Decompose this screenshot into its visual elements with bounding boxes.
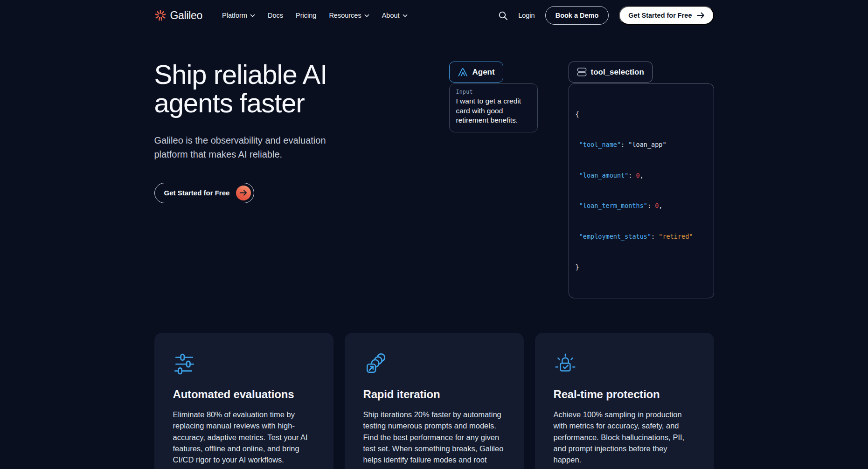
feature-card-rapid-iteration: Rapid iteration Ship iterations 20% fast…	[345, 333, 524, 469]
nav-item-pricing[interactable]: Pricing	[296, 12, 316, 19]
get-started-label: Get Started for Free	[628, 12, 692, 19]
iteration-copies-icon	[363, 352, 505, 376]
chevron-down-icon	[364, 14, 369, 17]
galileo-triangle-icon	[458, 67, 468, 77]
lock-check-icon	[554, 352, 695, 376]
chevron-down-icon	[403, 14, 408, 17]
code-open-brace: {	[576, 110, 707, 120]
nav-item-docs[interactable]: Docs	[268, 12, 283, 19]
hero-cta-label: Get Started for Free	[164, 189, 230, 197]
page-title: Ship reliable AI agents faster	[154, 61, 449, 117]
input-text: I want to get a credit card with good re…	[456, 97, 531, 125]
feature-body: Achieve 100% sampling in production with…	[554, 409, 695, 465]
code-line: "loan_term_months": 0,	[576, 201, 707, 211]
code-close-brace: }	[576, 262, 707, 273]
login-link[interactable]: Login	[518, 12, 535, 19]
search-icon[interactable]	[498, 11, 508, 21]
header-actions: Login Book a Demo Get Started for Free	[498, 6, 714, 25]
sliders-icon	[173, 352, 315, 376]
hero-subtitle: Galileo is the observability and evaluat…	[154, 133, 346, 161]
nav-label: Platform	[222, 12, 247, 19]
nav-label: Pricing	[296, 12, 316, 19]
input-label: Input	[456, 89, 531, 95]
nav-label: About	[382, 12, 400, 19]
feature-card-real-time-protection: Real-time protection Achieve 100% sampli…	[535, 333, 714, 469]
nav-item-platform[interactable]: Platform	[222, 12, 255, 19]
nav-label: Resources	[329, 12, 361, 19]
code-line: "tool_name": "loan_app"	[576, 140, 707, 150]
nav-item-about[interactable]: About	[382, 12, 408, 19]
feature-body: Ship iterations 20% faster by automating…	[363, 409, 505, 469]
page-title-line1: Ship reliable AI	[154, 61, 449, 89]
nav-label: Docs	[268, 12, 283, 19]
tool-selection-widget: tool_selection { "tool_name": "loan_app"…	[569, 62, 714, 298]
chevron-down-icon	[250, 14, 255, 17]
book-demo-label: Book a Demo	[556, 12, 599, 19]
feature-body: Eliminate 80% of evaluation time by repl…	[173, 409, 315, 465]
galileo-starburst-icon	[154, 9, 167, 21]
agent-widget: Agent Input I want to get a credit card …	[449, 62, 538, 132]
feature-title: Real-time protection	[554, 388, 695, 401]
agent-tab-label: Agent	[472, 68, 495, 77]
feature-cards: Automated evaluations Eliminate 80% of e…	[154, 333, 714, 469]
tool-selection-tab: tool_selection	[569, 62, 653, 83]
page-title-line2: agents faster	[154, 89, 449, 117]
hero-section: Ship reliable AI agents faster Galileo i…	[154, 61, 714, 298]
main-nav: Platform Docs Pricing Resources About	[222, 12, 408, 19]
tool-selection-tab-label: tool_selection	[591, 68, 644, 77]
agent-illustration: Agent Input I want to get a credit card …	[449, 62, 714, 298]
book-demo-button[interactable]: Book a Demo	[545, 6, 609, 25]
get-started-nav-button[interactable]: Get Started for Free	[619, 6, 714, 25]
arrow-circle-icon	[236, 186, 251, 200]
agent-input-card: Input I want to get a credit card with g…	[449, 83, 538, 132]
top-navigation-bar: Galileo Platform Docs Pricing Resources …	[154, 0, 714, 25]
feature-title: Automated evaluations	[173, 388, 315, 401]
arrow-right-icon	[697, 12, 705, 19]
feature-card-automated-evaluations: Automated evaluations Eliminate 80% of e…	[154, 333, 333, 469]
agent-tab: Agent	[449, 62, 503, 83]
brand-name: Galileo	[170, 9, 203, 22]
code-line: "employment_status": "retired"	[576, 232, 707, 242]
code-line: "loan_amount": 0,	[576, 171, 707, 181]
galileo-logo[interactable]: Galileo	[154, 9, 203, 22]
stacked-layers-icon	[577, 67, 587, 77]
nav-item-resources[interactable]: Resources	[329, 12, 369, 19]
get-started-hero-button[interactable]: Get Started for Free	[154, 183, 255, 203]
tool-selection-code-card: { "tool_name": "loan_app" "loan_amount":…	[569, 83, 714, 298]
feature-title: Rapid iteration	[363, 388, 505, 401]
